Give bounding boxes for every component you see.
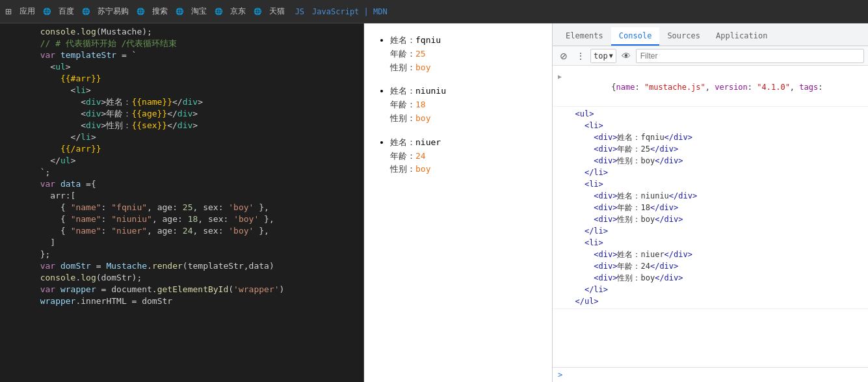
nav-link-mdn[interactable]: JavaScript | MDN (312, 7, 388, 16)
nav-link-baidu[interactable]: 百度 (59, 6, 74, 17)
code-line-5: {{#arr}} (0, 73, 363, 85)
context-label: top (594, 51, 608, 61)
tab-elements[interactable]: Elements (558, 27, 611, 46)
list-item: 姓名：fqniu 年龄：25 性别：boy (390, 34, 539, 74)
console-input[interactable] (566, 370, 863, 379)
code-line-4: <ul> (0, 61, 363, 73)
code-line-17: { "name": "niuniu", age: 18, sex: 'boy' … (0, 213, 363, 225)
expand-arrow-icon[interactable]: ▶ (558, 70, 562, 83)
tab-application[interactable]: Application (708, 27, 775, 46)
code-line-12: </ul> (0, 155, 363, 167)
code-line-6: <li> (0, 85, 363, 96)
code-line-2: // # 代表循环开始 /代表循环结束 (0, 38, 363, 49)
code-line-1: console.log(Mustache); (0, 26, 363, 38)
main-content: console.log(Mustache); // # 代表循环开始 /代表循环… (0, 23, 868, 382)
tab-console[interactable]: Console (611, 27, 660, 46)
console-toolbar: ⊘ ⋮ top ▼ 👁 (553, 46, 868, 66)
code-line-21: var domStr = Mustache.render(templateStr… (0, 260, 363, 272)
nav-link-tianmao[interactable]: 天猫 (269, 6, 285, 17)
code-line-20: }; (0, 249, 363, 260)
list-item: 姓名：niuniu 年龄：18 性别：boy (390, 85, 539, 125)
nav-link-search[interactable]: 搜索 (152, 6, 168, 17)
devtools-panel: Elements Console Sources Application ⊘ ⋮… (553, 23, 868, 382)
code-line-19: ] (0, 237, 363, 249)
code-line-3: var templateStr = ` (0, 49, 363, 61)
apps-icon[interactable]: ⊞ (5, 5, 12, 18)
code-line-7: <div>姓名：{{name}}</div> (0, 96, 363, 108)
code-line-23: var wrapper = document.getElementById('w… (0, 284, 363, 295)
code-editor: console.log(Mustache); // # 代表循环开始 /代表循环… (0, 23, 364, 382)
code-line-9: <div>性别：{{sex}}</div> (0, 120, 363, 131)
browser-toolbar: ⊞ 应用 🌐 百度 🌐 苏宁易购 🌐 搜索 🌐 淘宝 🌐 京东 🌐 天猫 JS … (0, 0, 868, 23)
console-output: ▶ {name: "mustache.js", version: "4.1.0"… (553, 66, 868, 367)
rendered-list: 姓名：fqniu 年龄：25 性别：boy 姓名：niuniu 年龄：18 性别… (377, 34, 539, 176)
nav-link-jd[interactable]: 京东 (230, 6, 246, 17)
context-selector[interactable]: top ▼ (590, 49, 616, 63)
code-line-10: </li> (0, 131, 363, 143)
rendered-output-panel: 姓名：fqniu 年龄：25 性别：boy 姓名：niuniu 年龄：18 性别… (364, 23, 553, 382)
prompt-arrow-icon: > (558, 370, 562, 379)
code-line-22: console.log(domStr); (0, 272, 363, 284)
code-line-24: wrapper.innerHTML = domStr (0, 295, 363, 307)
code-line-16: { "name": "fqniu", age: 25, sex: 'boy' }… (0, 202, 363, 213)
code-line-11: {{/arr}} (0, 143, 363, 155)
devtools-tab-bar: Elements Console Sources Application (553, 23, 868, 46)
nav-link-taobao[interactable]: 淘宝 (191, 6, 207, 17)
console-settings-button[interactable]: ⋮ (573, 49, 588, 63)
code-line-14: var data ={ (0, 178, 363, 190)
tab-sources[interactable]: Sources (659, 27, 708, 46)
code-line-8: <div>年龄：{{age}}</div> (0, 108, 363, 120)
console-entry-html: <ul> <li> <div>姓名：fqniu</div> <div>年龄：25… (553, 107, 868, 309)
console-filter-input[interactable] (636, 49, 864, 63)
code-line-18: { "name": "niuer", age: 24, sex: 'boy' }… (0, 225, 363, 237)
console-prompt: > (553, 367, 868, 382)
code-line-13: `; (0, 167, 363, 178)
code-line-15: arr:[ (0, 190, 363, 202)
eye-icon-button[interactable]: 👁 (619, 49, 633, 63)
console-entry-object: ▶ {name: "mustache.js", version: "4.1.0"… (553, 68, 868, 107)
chevron-down-icon: ▼ (609, 52, 613, 59)
list-item: 姓名：niuer 年龄：24 性别：boy (390, 136, 539, 176)
clear-console-button[interactable]: ⊘ (557, 49, 571, 63)
nav-link-apps[interactable]: 应用 (20, 6, 35, 17)
nav-link-suning[interactable]: 苏宁易购 (98, 6, 129, 17)
